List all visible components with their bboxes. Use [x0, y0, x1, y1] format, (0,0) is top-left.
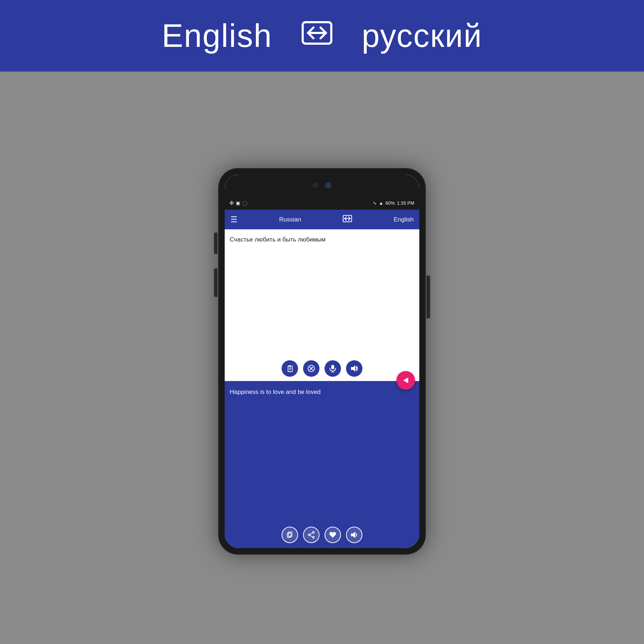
svg-marker-14 [351, 365, 355, 372]
volume-button [214, 233, 218, 254]
svg-rect-16 [287, 533, 291, 537]
banner-swap-icon[interactable] [301, 19, 333, 52]
wifi-icon: ∿ [373, 200, 377, 206]
share-output-button[interactable] [303, 527, 319, 543]
svg-line-21 [310, 533, 313, 535]
svg-rect-17 [288, 532, 292, 536]
phone-top-bar [225, 175, 419, 196]
svg-rect-4 [289, 365, 291, 367]
svg-point-19 [313, 537, 314, 538]
status-bar: ✠ ▣ ◯ ∿ ▲ 60% 1:35 PM [225, 196, 419, 210]
toolbar-lang-to[interactable]: English [394, 216, 414, 223]
phone-screen: ✠ ▣ ◯ ∿ ▲ 60% 1:35 PM ☰ Russian [225, 175, 419, 548]
hamburger-menu-icon[interactable]: ☰ [230, 216, 238, 224]
translate-button[interactable] [396, 371, 415, 390]
clipboard-button[interactable] [282, 360, 298, 377]
output-area: Happiness is to love and be loved [225, 381, 419, 548]
speaker-input-button[interactable] [346, 360, 362, 377]
camera-lens [325, 182, 331, 189]
gps-icon: ◯ [242, 200, 248, 206]
signal-icon: ▲ [379, 200, 384, 206]
phone-device: ✠ ▣ ◯ ∿ ▲ 60% 1:35 PM ☰ Russian [218, 168, 426, 555]
banner-lang-from[interactable]: English [162, 18, 272, 54]
mic-button[interactable] [325, 360, 341, 377]
speaker-output-button[interactable] [346, 527, 362, 543]
favorite-button[interactable] [325, 527, 341, 543]
output-action-buttons [225, 523, 419, 548]
app-toolbar: ☰ Russian English [225, 210, 419, 229]
top-banner: English русский [0, 0, 644, 72]
toolbar-lang-from[interactable]: Russian [279, 216, 301, 223]
phone-wrapper: ✠ ▣ ◯ ∿ ▲ 60% 1:35 PM ☰ Russian [218, 72, 426, 644]
sensor [313, 183, 318, 188]
status-left-icons: ✠ ▣ ◯ [230, 200, 248, 206]
image-icon: ▣ [236, 200, 240, 206]
svg-point-20 [308, 534, 310, 536]
banner-lang-to[interactable]: русский [362, 18, 482, 54]
svg-rect-11 [331, 365, 334, 369]
time-display: 1:35 PM [397, 200, 414, 206]
battery-percent: 60% [386, 200, 395, 206]
clear-button[interactable] [303, 360, 319, 377]
toolbar-swap-icon[interactable] [343, 215, 352, 224]
input-area: Счастье любить и быть любимым [225, 229, 419, 381]
copy-output-button[interactable] [282, 527, 298, 543]
svg-marker-23 [351, 532, 355, 538]
svg-point-18 [313, 532, 314, 533]
svg-marker-15 [403, 377, 408, 383]
usb-icon: ✠ [230, 200, 234, 206]
status-right-icons: ∿ ▲ 60% 1:35 PM [373, 200, 414, 206]
output-text: Happiness is to love and be loved [225, 381, 419, 523]
input-action-buttons [225, 357, 419, 381]
input-text[interactable]: Счастье любить и быть любимым [225, 229, 419, 357]
svg-line-22 [310, 535, 313, 537]
